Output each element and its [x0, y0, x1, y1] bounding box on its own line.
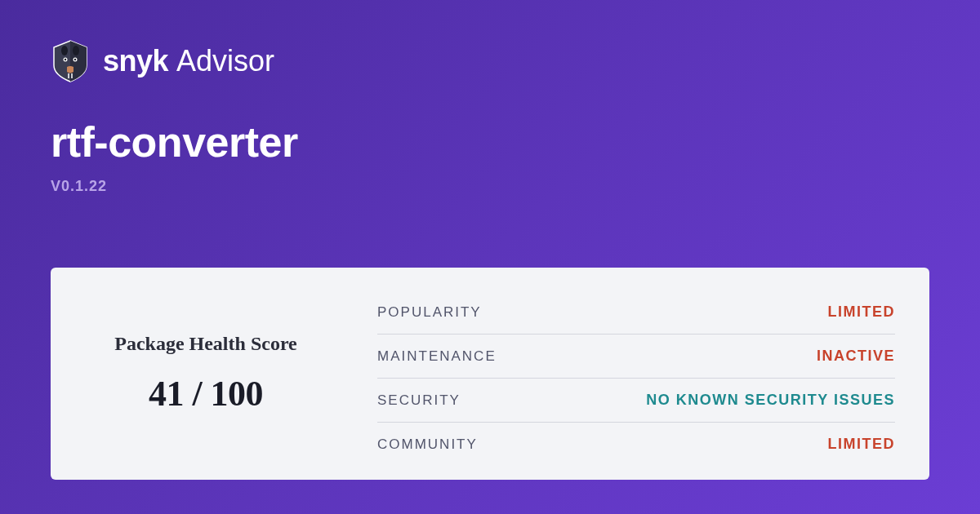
metric-label: MAINTENANCE	[377, 348, 497, 365]
metric-value: LIMITED	[828, 304, 896, 321]
score-label: Package Health Score	[114, 333, 297, 355]
metric-row-popularity: POPULARITY LIMITED	[377, 290, 895, 335]
metric-label: POPULARITY	[377, 304, 482, 321]
metric-value: LIMITED	[828, 436, 896, 453]
metrics-panel: POPULARITY LIMITED MAINTENANCE INACTIVE …	[361, 268, 929, 480]
svg-point-1	[73, 46, 79, 55]
metric-value: INACTIVE	[817, 348, 895, 365]
metric-row-maintenance: MAINTENANCE INACTIVE	[377, 335, 895, 379]
metric-label: COMMUNITY	[377, 436, 478, 453]
score-panel: Package Health Score 41 / 100	[51, 268, 361, 480]
metric-row-security: SECURITY NO KNOWN SECURITY ISSUES	[377, 379, 895, 423]
snyk-logo-icon	[51, 39, 90, 83]
score-value: 41 / 100	[149, 373, 263, 414]
brand-text: snyk Advisor	[103, 44, 274, 78]
svg-point-5	[74, 59, 76, 60]
package-version: V0.1.22	[0, 166, 980, 195]
svg-point-0	[61, 46, 68, 55]
brand-name: snyk	[103, 44, 168, 78]
metric-row-community: COMMUNITY LIMITED	[377, 423, 895, 466]
health-card: Package Health Score 41 / 100 POPULARITY…	[51, 268, 929, 480]
header: snyk Advisor	[0, 0, 980, 83]
svg-point-4	[65, 59, 66, 60]
metric-value: NO KNOWN SECURITY ISSUES	[646, 392, 895, 409]
brand-product: Advisor	[176, 44, 274, 78]
metric-label: SECURITY	[377, 392, 461, 409]
package-name: rtf-converter	[0, 83, 980, 166]
